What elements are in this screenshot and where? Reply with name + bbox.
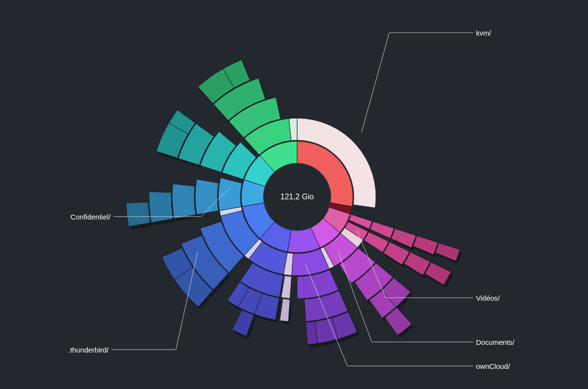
sunburst-segment[interactable] <box>172 184 196 219</box>
sunburst-segment[interactable] <box>218 178 242 210</box>
segment-label: Vidéos/ <box>476 294 500 302</box>
sunburst-segment[interactable] <box>195 179 219 215</box>
center-size-label: 121,2 Gio <box>280 193 313 201</box>
segment-label: kvm/ <box>476 29 491 37</box>
segment-label: Documents/ <box>476 338 514 346</box>
segment-label: ownCloud/ <box>476 362 510 370</box>
segment-label: Confidentiel/ <box>71 213 111 221</box>
segment-label: .thunderbird/ <box>68 346 109 354</box>
sunburst-segment[interactable] <box>126 202 150 227</box>
sunburst-segment[interactable] <box>280 299 290 321</box>
sunburst-segment[interactable] <box>149 192 173 222</box>
leader-line <box>362 33 473 133</box>
